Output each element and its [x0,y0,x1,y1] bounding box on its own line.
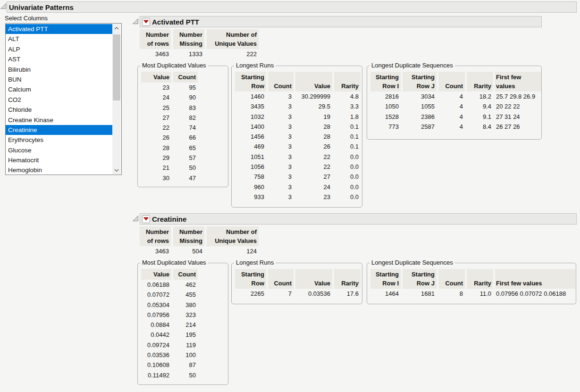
col-header: Value [295,269,332,289]
col-header: Count [438,72,465,92]
table-cell: 30 [141,173,171,183]
table-cell: 0.0 [334,182,361,192]
table-cell: 3 [268,122,294,132]
table-cell: 7 [268,289,294,299]
table-cell: 0.07956 [141,310,171,320]
col-header: Starting Row [235,269,266,289]
col-header: Value [141,72,171,83]
table-cell: 27 31 24 [495,112,541,122]
table-cell: 19 [295,112,332,122]
col-header: Number of Unique Values [207,29,259,49]
table-cell: 23 [295,192,332,202]
most-duplicated-values-table: Value Count 2395249025832782227426662865… [141,72,228,183]
report-title-bar[interactable]: Univariate Patterns [7,1,577,13]
summary-table: Number of rows Number Missing Number of … [140,29,259,59]
red-triangle-menu-icon[interactable] [142,18,150,26]
section-title-bar[interactable]: Activated PTT [140,16,542,27]
col-header: Rarity [334,72,361,92]
table-cell: 3463 [140,49,171,59]
disclosure-triangle-icon[interactable] [133,216,138,221]
table-cell: 100 [173,350,198,360]
table-cell: 26 [141,133,171,142]
table-cell: 0.1 [334,122,361,132]
table-cell: 18.2 [467,92,493,101]
section-title: Activated PTT [152,18,199,26]
table-cell: 1055 [403,101,437,111]
section-title: Creatinine [152,215,186,223]
table-cell: 29 [141,153,171,163]
table-cell: 1056 [235,162,266,172]
table-cell: 3 [268,101,294,111]
section-creatinine: Creatinine Number of rows Number Missing… [0,213,580,392]
table-cell: 2816 [370,92,401,101]
summary-table: Number of rows Number Missing Number of … [140,226,259,256]
table-cell: 1460 [235,92,266,101]
table-cell: 28 [141,143,171,153]
red-triangle-menu-icon[interactable] [142,215,150,223]
table-cell: 2386 [403,112,437,122]
col-header: Count [438,269,465,289]
disclosure-triangle-icon[interactable] [133,18,138,24]
table-cell: 3 [268,172,294,182]
table-cell: 90 [173,92,198,102]
table-cell: 455 [173,290,198,300]
table-cell: 65 [173,143,198,153]
table-cell: 50 [173,163,198,173]
col-header: Number of rows [140,29,171,49]
table-cell: 323 [173,310,198,320]
table-cell: 4 [438,112,465,122]
table-cell: 30.299999 [295,92,332,101]
longest-duplicate-sequences-table: Starting Row I Starting Row J Count Rari… [370,269,576,299]
longest-duplicate-sequences-panel: Longest Duplicate Sequences Starting Row… [367,263,576,304]
table-cell: 3.3 [334,101,361,111]
table-cell: 23 [141,83,171,92]
table-cell: 0.07072 [141,290,171,300]
most-duplicated-values-table: Value Count 0.061884620.070724550.053043… [141,269,228,380]
table-cell: 4.8 [334,92,361,101]
table-cell: 28 [295,132,332,142]
col-header: Number of rows [140,226,171,246]
table-cell: 66 [173,133,198,142]
longest-runs-table: Starting Row Count Value Rarity 1460330.… [235,72,362,202]
table-cell: 124 [207,246,259,256]
col-header: First few values [495,269,575,289]
table-cell: 11.0 [467,289,493,299]
table-cell: 27 [141,113,171,123]
col-header: Rarity [467,72,493,92]
col-header: Starting Row I [370,72,401,92]
table-cell: 469 [235,142,266,151]
table-cell: 4 [438,101,465,111]
table-cell: 933 [235,192,266,202]
table-cell: 0.03536 [141,350,171,360]
col-header: Rarity [467,269,493,289]
disclosure-triangle-icon[interactable] [0,3,6,9]
section-title-bar[interactable]: Creatinine [140,213,577,225]
longest-runs-table: Starting Row Count Value Rarity 226570.0… [235,269,362,299]
table-cell: 3 [268,92,294,101]
table-cell: 3 [268,132,294,142]
table-cell: 50 [173,370,198,380]
table-cell: 960 [235,182,266,192]
table-cell: 25.7 29.8 26.9 [495,92,541,101]
table-cell: 0.05304 [141,300,171,310]
col-header: Starting Row J [403,269,437,289]
col-header: Count [173,72,198,83]
table-cell: 0.0884 [141,320,171,330]
longest-duplicate-sequences-panel: Longest Duplicate Sequences Starting Row… [367,66,542,140]
table-cell: 773 [370,122,401,132]
table-cell: 95 [173,83,198,92]
table-cell: 24 [295,182,332,192]
most-duplicated-values-panel: Most Duplicated Values Value Count 23952… [137,66,228,187]
col-header: Starting Row I [370,269,401,289]
col-header: Number of Unique Values [207,226,259,246]
table-cell: 1464 [370,289,401,299]
table-cell: 2587 [403,122,437,132]
table-cell: 9.1 [467,112,493,122]
table-cell: 222 [207,49,259,59]
table-cell: 1400 [235,122,266,132]
table-cell: 28 [295,122,332,132]
table-cell: 17.6 [334,289,361,299]
col-header: First few values [495,72,541,92]
panel-title: Longest Runs [234,259,276,266]
longest-runs-panel: Longest Runs Starting Row Count Value Ra… [231,263,362,304]
